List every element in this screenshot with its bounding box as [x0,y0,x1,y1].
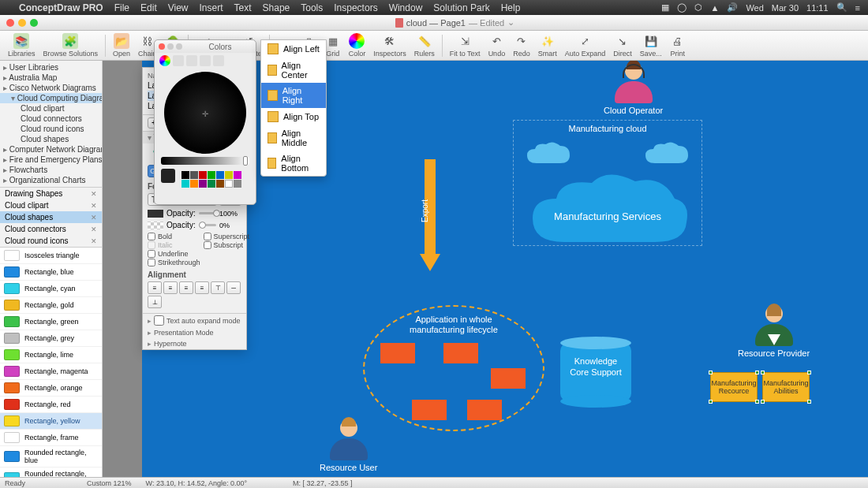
shape-palette-item[interactable]: Rectangle, green [0,314,102,330]
color-swatch[interactable] [225,180,233,188]
color-swatch[interactable] [208,180,215,188]
tree-node[interactable]: Computer Network Diagrams [0,144,102,155]
tree-node[interactable]: Cloud clipart [0,103,102,114]
color-swatch[interactable] [225,171,233,179]
lib-category[interactable]: Cloud connectors✕ [0,223,102,235]
align-top-button[interactable]: ⊤ [211,281,225,294]
dropdown-chevron-icon[interactable]: ⌄ [507,17,514,28]
opacity-slider[interactable] [199,212,216,214]
color-swatch[interactable] [199,180,207,188]
toolbar-fit-to-text[interactable]: ⇲Fit to Text [447,33,484,58]
toolbar-auto-expand[interactable]: ⤢Auto Expand [562,33,609,58]
toolbar-redo[interactable]: ↷Redo [510,33,533,58]
close-icon[interactable] [159,43,165,50]
menu-insert[interactable]: Insert [200,2,223,13]
menu-view[interactable]: View [168,2,189,13]
align-menu-item[interactable]: Align Top [261,108,326,125]
opacity-slider[interactable] [199,224,216,226]
lib-category[interactable]: Cloud round icons✕ [0,235,102,247]
shape-lifecycle-container[interactable]: Application in wholemanufacturing lifecy… [363,305,544,431]
menu-edit[interactable]: Edit [140,2,157,13]
status-dropbox-icon[interactable]: ⬡ [694,2,702,13]
status-wifi-icon[interactable]: ▲ [710,3,719,13]
menu-tools[interactable]: Tools [301,2,323,13]
menu-text[interactable]: Text [234,2,252,13]
color-mode-tabs[interactable] [155,53,256,69]
toolbar-libraries[interactable]: 📚Libraries [5,33,39,58]
align-left-button[interactable]: ≡ [148,281,162,294]
align-middle-button[interactable]: ─ [226,281,241,294]
align-menu-item[interactable]: Align Center [261,58,326,83]
tree-node[interactable]: Cisco Network Diagrams [0,83,102,93]
menu-inspectors[interactable]: Inspectors [334,2,377,13]
shape-manufacturing-services-cloud[interactable]: Manufacturing Services [521,167,694,254]
shape-resource-user[interactable]: Resource User [320,419,377,472]
status-zoom[interactable]: Custom 121% [87,479,132,487]
color-swatch[interactable] [216,180,224,188]
shape-process-box[interactable] [412,400,447,420]
color-swatch[interactable] [181,180,189,188]
menu-file[interactable]: File [114,2,129,13]
status-time[interactable]: 11:11 [806,3,829,13]
window-zoom-icon[interactable] [30,19,38,27]
shape-palette-item[interactable]: Rectangle, magenta [0,363,102,380]
color-swatch[interactable] [190,171,198,179]
align-menu-item[interactable]: Align Right [261,83,326,108]
close-icon[interactable]: ✕ [91,225,97,233]
toolbar-smart[interactable]: ✨Smart [535,33,560,58]
status-grid-icon[interactable]: ▦ [661,2,669,13]
panel-titlebar[interactable]: Colors [155,40,256,53]
shape-palette-item[interactable]: Rectangle, grey [0,330,102,347]
shape-knowledge-db[interactable]: KnowledgeCore Support [556,337,635,401]
shape-manufacturing-boxes-selected[interactable]: ManufacturingRecource ManufacturingAbili… [710,372,810,402]
status-volume-icon[interactable]: 🔊 [727,2,738,13]
library-tree[interactable]: User Libraries Australia Map Cisco Netwo… [0,61,102,187]
shape-palette-item[interactable]: Rectangle, frame [0,430,102,446]
color-swatch[interactable] [199,171,207,179]
shape-palette-item[interactable]: Rectangle, orange [0,380,102,397]
shape-mfg-resource-box[interactable]: ManufacturingRecource [710,372,758,402]
shape-resource-provider[interactable]: Resource Provider [738,305,810,358]
shape-palette-item[interactable]: Rectangle, lime [0,347,102,363]
toolbar-color[interactable]: Color [346,33,369,58]
align-justify-button[interactable]: ≡ [195,281,209,294]
window-close-icon[interactable] [6,19,14,27]
brightness-slider[interactable] [161,157,249,165]
color-swatch[interactable] [148,210,163,218]
status-date[interactable]: Mar 30 [772,3,799,13]
shape-palette-item[interactable]: Rectangle, cyan [0,281,102,297]
shape-palette-item[interactable]: Rounded rectangle, blue [0,446,102,468]
italic-checkbox[interactable]: Italic [148,241,200,249]
shape-process-box[interactable] [491,368,526,389]
align-menu-item[interactable]: Align Bottom [261,151,326,176]
close-icon[interactable]: ✕ [91,237,97,245]
menu-solution-park[interactable]: Solution Park [433,2,489,13]
toolbar-open[interactable]: 📂Open [110,33,133,58]
close-icon[interactable]: ✕ [91,214,97,222]
menu-help[interactable]: Help [501,2,521,13]
color-swatch[interactable] [181,171,189,179]
color-crayons-tab-icon[interactable] [213,55,224,66]
shape-palette-item[interactable]: Rectangle, red [0,397,102,413]
close-icon[interactable]: ✕ [91,202,97,210]
document-title[interactable]: cloud — Page1 — Edited ⌄ [395,17,514,28]
lib-category-selected[interactable]: Cloud shapes✕ [0,211,102,223]
strikethrough-checkbox[interactable]: Strikethrough [148,259,200,266]
superscript-checkbox[interactable]: Superscript [204,233,250,240]
tree-node[interactable]: Australia Map [0,73,102,83]
color-swatch[interactable] [190,180,198,188]
presentation-mode-toggle[interactable]: Presentation Mode [143,327,246,338]
menu-shape[interactable]: Shape [263,2,290,13]
color-sliders-tab-icon[interactable] [173,55,184,66]
tree-node[interactable]: User Libraries [0,62,102,73]
shape-process-box[interactable] [467,400,502,420]
color-swatches[interactable] [175,169,256,190]
shape-palette-item[interactable]: Rectangle, blue [0,264,102,281]
color-swatch[interactable] [208,171,215,179]
align-bottom-button[interactable]: ⊥ [148,296,162,308]
shape-palette-item[interactable]: Rounded rectangle, cyan [0,468,102,477]
underline-checkbox[interactable]: Underline [148,250,200,258]
subscript-checkbox[interactable]: Subscript [204,241,250,249]
toolbar-undo[interactable]: ↶Undo [485,33,509,58]
menu-list-icon[interactable]: ≡ [855,3,860,13]
